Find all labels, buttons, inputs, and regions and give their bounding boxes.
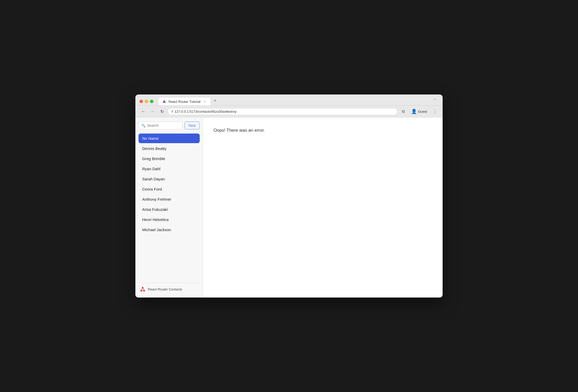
address-text: 127.0.0.1:5173/contacts/65zu00a/destroy xyxy=(174,110,237,113)
forward-button[interactable]: → xyxy=(149,108,156,115)
back-button[interactable]: ← xyxy=(140,108,147,115)
contact-list-item[interactable]: Michael Jackson xyxy=(139,225,200,235)
active-tab[interactable]: React Router Tutorial × xyxy=(159,98,210,105)
main-panel: Oops! There was an error. xyxy=(203,117,443,298)
browser-content: 🔍 New No NameDennis BeattyGreg BrimbleRy… xyxy=(135,117,443,298)
contact-list-item[interactable]: Dennis Beatty xyxy=(139,144,200,153)
sidebar-search-row: 🔍 New xyxy=(139,122,200,129)
react-router-logo-icon xyxy=(140,286,146,292)
tab-close-button[interactable]: × xyxy=(203,99,207,104)
contact-list-item[interactable]: Ryan Dahl xyxy=(139,164,200,174)
contact-list-item[interactable]: Arisa Fukuzaki xyxy=(139,205,200,214)
error-message: Oops! There was an error. xyxy=(213,128,265,133)
tab-title: React Router Tutorial xyxy=(168,100,200,104)
kebab-menu-icon: ⋮ xyxy=(433,109,437,114)
minimize-window-button[interactable] xyxy=(145,100,148,103)
search-input[interactable] xyxy=(147,123,180,128)
contact-list-item[interactable]: Anthony Frehner xyxy=(139,194,200,204)
tabs-chevron-button[interactable]: ˅ xyxy=(431,97,438,104)
tab-bar: React Router Tutorial × + ˅ xyxy=(159,97,438,105)
contact-list: No NameDennis BeattyGreg BrimbleRyan Dah… xyxy=(139,134,200,281)
toolbar: ← → ↻ ℹ 127.0.0.1:5173/contacts/65zu00a/… xyxy=(135,106,443,117)
profile-label: Guest xyxy=(418,110,427,113)
sidebar-footer: React Router Contacts xyxy=(139,283,200,293)
toolbar-right: ⧉ 👤 Guest ⋮ xyxy=(400,108,438,115)
traffic-lights xyxy=(140,100,153,103)
browser-window: React Router Tutorial × + ˅ ← → ↻ ℹ 127.… xyxy=(135,94,443,298)
contact-list-item[interactable]: No Name xyxy=(139,134,200,143)
menu-button[interactable]: ⋮ xyxy=(431,108,438,115)
profile-icon: 👤 xyxy=(411,109,417,114)
close-window-button[interactable] xyxy=(140,100,143,103)
contact-list-item[interactable]: Greg Brimble xyxy=(139,154,200,163)
maximize-window-button[interactable] xyxy=(150,100,153,103)
contact-list-item[interactable]: Henri Helvetica xyxy=(139,215,200,224)
profile-button[interactable]: 👤 Guest xyxy=(409,108,429,115)
grid-icon: ⧉ xyxy=(402,109,405,114)
back-icon: ← xyxy=(141,109,145,114)
search-input-wrap[interactable]: 🔍 xyxy=(139,122,183,129)
search-icon: 🔍 xyxy=(141,124,146,128)
lock-icon: ℹ xyxy=(172,110,173,113)
title-bar: React Router Tutorial × + ˅ xyxy=(135,94,443,106)
tab-favicon-icon xyxy=(162,99,166,104)
refresh-button[interactable]: ↻ xyxy=(158,108,166,115)
address-bar[interactable]: ℹ 127.0.0.1:5173/contacts/65zu00a/destro… xyxy=(168,108,398,115)
new-contact-button[interactable]: New xyxy=(185,122,200,129)
sidebar-footer-label: React Router Contacts xyxy=(148,287,182,291)
sidebar: 🔍 New No NameDennis BeattyGreg BrimbleRy… xyxy=(135,117,203,298)
refresh-icon: ↻ xyxy=(160,109,164,114)
svg-line-6 xyxy=(141,288,143,291)
svg-line-7 xyxy=(143,288,144,291)
contact-list-item[interactable]: Ceora Ford xyxy=(139,184,200,194)
forward-icon: → xyxy=(150,109,155,114)
new-tab-button[interactable]: + xyxy=(211,97,219,104)
split-screen-button[interactable]: ⧉ xyxy=(400,108,407,115)
contact-list-item[interactable]: Sarah Dayan xyxy=(139,174,200,184)
